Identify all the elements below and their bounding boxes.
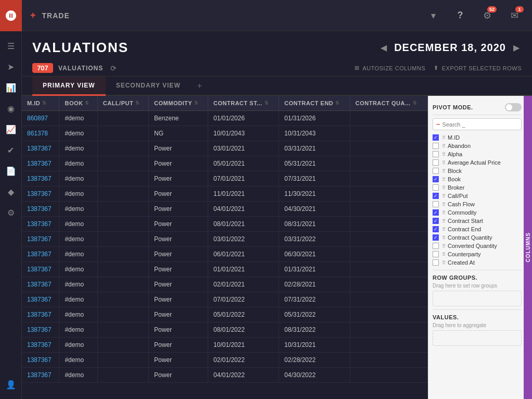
col-checkbox[interactable]	[433, 184, 439, 191]
col-checkbox[interactable]	[433, 243, 439, 249]
sidebar-item-location[interactable]: ◉	[0, 98, 22, 119]
search-minus-icon[interactable]: −	[436, 120, 440, 128]
column-list-item[interactable]: ⠿ Contract Start	[433, 217, 522, 225]
refresh-button[interactable]: ⟳	[110, 64, 117, 72]
col-header-contract-qty[interactable]: CONTRACT QUA...⇅	[350, 96, 427, 111]
sidebar-item-graph[interactable]: 📈	[0, 119, 22, 140]
mail-button[interactable]: ✉ 1	[505, 6, 524, 25]
col-checkbox[interactable]	[433, 176, 439, 182]
column-list-item[interactable]: ⠿ Cash Flow	[433, 200, 522, 208]
sidebar-item-send[interactable]: ➤	[0, 56, 22, 77]
cell-book: #demo	[59, 156, 97, 171]
col-checkbox[interactable]	[433, 134, 439, 141]
cell-mid[interactable]: 1387367	[22, 247, 59, 262]
cell-mid[interactable]: 1387367	[22, 353, 59, 368]
sidebar-item-settings[interactable]: ⚙	[0, 202, 22, 223]
cell-mid[interactable]: 1387367	[22, 217, 59, 232]
cell-book: #demo	[59, 186, 97, 202]
sidebar-item-chart[interactable]: 📊	[0, 77, 22, 98]
row-groups-drop-area[interactable]	[433, 291, 522, 306]
cell-mid[interactable]: 1387367	[22, 292, 59, 307]
pivot-mode-toggle[interactable]	[505, 103, 522, 111]
col-checkbox[interactable]	[433, 193, 439, 199]
add-tab-button[interactable]: +	[191, 77, 208, 95]
export-rows-button[interactable]: ⬆ EXPORT SELECTED ROWS	[434, 65, 522, 71]
sidebar-item-user[interactable]: 👤	[0, 374, 22, 395]
table-row: 1387367 #demo Power 10/01/2021 10/31/202…	[22, 338, 428, 353]
columns-search-input[interactable]	[442, 121, 518, 128]
drag-handle-icon: ⠿	[442, 152, 446, 157]
sidebar-item-check[interactable]: ✔	[0, 140, 22, 160]
column-list-item[interactable]: ⠿ Abandon	[433, 142, 522, 150]
col-checkbox[interactable]	[433, 168, 439, 174]
col-header-contract-start[interactable]: CONTRACT ST...⇅	[208, 96, 279, 111]
column-list-item[interactable]: ⠿ Commodity	[433, 208, 522, 217]
col-checkbox[interactable]	[433, 234, 439, 241]
col-checkbox[interactable]	[433, 226, 439, 232]
cell-mid[interactable]: 1387367	[22, 277, 59, 292]
col-checkbox[interactable]	[433, 143, 439, 149]
col-checkbox[interactable]	[433, 209, 439, 216]
cell-end: 06/30/2021	[279, 247, 350, 262]
column-list-item[interactable]: ⠿ Contract End	[433, 225, 522, 233]
column-list-item[interactable]: ⠿ Converted Quantity	[433, 242, 522, 250]
search-box[interactable]: −	[433, 118, 522, 130]
column-list-item[interactable]: ⠿ Alpha	[433, 150, 522, 158]
column-list-item[interactable]: ⠿ Block	[433, 167, 522, 175]
col-header-callput[interactable]: CALL/PUT⇅	[97, 96, 148, 111]
sidebar-item-pin[interactable]: ◆	[0, 181, 22, 202]
col-checkbox[interactable]	[433, 159, 439, 166]
column-list-item[interactable]: ⠿ Book	[433, 175, 522, 183]
col-checkbox[interactable]	[433, 259, 439, 266]
app-logo[interactable]	[0, 0, 22, 31]
column-list-item[interactable]: ⠿ Counterparty	[433, 250, 522, 258]
column-list-item[interactable]: ⠿ Call/Put	[433, 192, 522, 200]
chevron-down-button[interactable]: ▾	[424, 6, 442, 25]
sidebar-item-doc[interactable]: 📄	[0, 160, 22, 181]
column-list-item[interactable]: ⠿ Broker	[433, 183, 522, 192]
column-list-item[interactable]: ⠿ Contract Quantity	[433, 233, 522, 242]
col-header-book[interactable]: BOOK⇅	[59, 96, 97, 111]
tab-primary-view[interactable]: PRIMARY VIEW	[32, 77, 106, 96]
col-name-label: Cash Flow	[448, 201, 475, 207]
cell-mid[interactable]: 1387367	[22, 232, 59, 247]
column-list-item[interactable]: ⠿ Created At	[433, 258, 522, 267]
cell-mid[interactable]: 1387367	[22, 186, 59, 202]
cell-mid[interactable]: 860897	[22, 111, 59, 126]
column-list-item[interactable]: ⠿ M.ID	[433, 133, 522, 142]
cell-mid[interactable]: 1387367	[22, 141, 59, 156]
cell-mid[interactable]: 1387367	[22, 307, 59, 322]
values-drop-area[interactable]	[433, 330, 522, 346]
cell-mid[interactable]: 1387367	[22, 338, 59, 353]
cell-mid[interactable]: 861378	[22, 126, 59, 141]
tab-secondary-view[interactable]: SECONDARY VIEW	[106, 77, 191, 96]
cell-mid[interactable]: 1387367	[22, 171, 59, 186]
col-checkbox[interactable]	[433, 218, 439, 224]
col-header-contract-end[interactable]: CONTRACT END⇅	[279, 96, 350, 111]
cell-qty	[350, 338, 427, 353]
column-list-item[interactable]: ⠿ Average Actual Price	[433, 158, 522, 167]
cell-end: 05/31/2022	[279, 307, 350, 322]
sidebar: ☰ ➤ 📊 ◉ 📈 ✔ 📄 ◆ ⚙ 👤	[0, 0, 22, 399]
col-checkbox[interactable]	[433, 201, 439, 207]
sidebar-item-menu[interactable]: ☰	[0, 35, 22, 56]
help-button[interactable]: ?	[451, 6, 470, 25]
date-next-button[interactable]: ▶	[511, 41, 522, 55]
cell-mid[interactable]: 1387367	[22, 322, 59, 338]
cell-end: 01/31/2021	[279, 262, 350, 277]
cell-mid[interactable]: 1387367	[22, 262, 59, 277]
cell-mid[interactable]: 1387367	[22, 202, 59, 217]
col-header-commodity[interactable]: COMMODITY⇅	[149, 96, 208, 111]
cell-mid[interactable]: 1387367	[22, 368, 59, 383]
col-checkbox[interactable]	[433, 151, 439, 157]
col-header-mid[interactable]: M.ID⇅	[22, 96, 59, 111]
table-row: 1387367 #demo Power 03/01/2022 03/31/202…	[22, 232, 428, 247]
col-checkbox[interactable]	[433, 251, 439, 257]
cell-book: #demo	[59, 141, 97, 156]
panel-tab-strip[interactable]: COLUMNS	[524, 96, 532, 399]
date-prev-button[interactable]: ◀	[378, 41, 389, 55]
settings-button[interactable]: ⚙ 52	[478, 6, 497, 25]
cell-mid[interactable]: 1387367	[22, 156, 59, 171]
autosize-columns-button[interactable]: ⊞ AUTOSIZE COLUMNS	[354, 65, 425, 71]
cell-book: #demo	[59, 111, 97, 126]
